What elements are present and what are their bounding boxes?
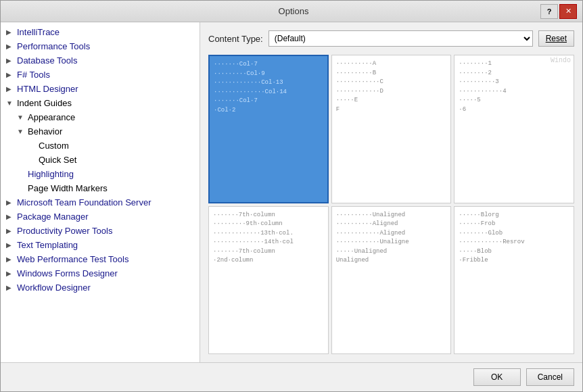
- workflow-designer-arrow-icon: ▶: [6, 284, 14, 291]
- sidebar-item-custom[interactable]: Custom: [1, 139, 200, 153]
- cell-line: ············Aligned: [336, 229, 447, 239]
- sidebar-item-label-ms-team-foundation: Microsoft Team Foundation Server: [17, 197, 151, 207]
- indent-guides-arrow-icon: ▼: [6, 99, 14, 107]
- cell-3-watermark: Windo: [551, 57, 571, 64]
- web-performance-arrow-icon: ▶: [6, 255, 14, 263]
- sidebar-item-label-behavior: Behavior: [28, 126, 62, 137]
- cell-line: ············C: [336, 78, 447, 87]
- cell-line: ············Unaligne: [336, 238, 447, 247]
- sidebar-item-behavior[interactable]: ▼Behavior: [1, 124, 200, 139]
- sidebar-item-quick-set[interactable]: Quick Set: [1, 153, 200, 167]
- cell-line: ············D: [336, 87, 447, 97]
- cell-line: ·······Col·7: [214, 97, 323, 106]
- sidebar-item-productivity-power-tools[interactable]: ▶Productivity Power Tools: [1, 224, 200, 238]
- sidebar-item-label-performance-tools: Performance Tools: [17, 41, 90, 51]
- dialog-footer: OK Cancel: [1, 362, 582, 391]
- sidebar-item-label-indent-guides: Indent Guides: [17, 98, 72, 108]
- cell-line: ·······7th·column: [213, 211, 324, 220]
- appearance-arrow-icon: ▼: [17, 114, 25, 121]
- sidebar-item-label-package-manager: Package Manager: [17, 212, 89, 222]
- cell-line: ·········9th·column: [213, 220, 324, 229]
- preview-cell-cell-4[interactable]: ·······7th·column·········9th·column····…: [208, 206, 329, 355]
- performance-tools-arrow-icon: ▶: [6, 43, 14, 50]
- sidebar-item-label-web-performance: Web Performance Test Tools: [17, 254, 129, 264]
- cell-line: ·Col·2: [214, 106, 323, 116]
- cell-line: ·Fribble: [459, 256, 569, 266]
- cell-line: ·6: [459, 105, 569, 115]
- cell-line: ··········3: [459, 78, 569, 87]
- content-type-select[interactable]: (Default)C/C++CSharpBasicTypeScriptXAMLH…: [269, 30, 533, 47]
- cell-line: ·····E: [336, 96, 447, 105]
- sidebar-item-workflow-designer[interactable]: ▶Workflow Designer: [1, 280, 200, 295]
- close-button[interactable]: ✕: [559, 4, 577, 19]
- cell-line: ·2nd·column: [213, 256, 324, 266]
- cell-line: ·····Blob: [459, 247, 569, 257]
- behavior-arrow-icon: ▼: [17, 128, 25, 135]
- sidebar-item-label-windows-forms: Windows Forms Designer: [17, 268, 118, 278]
- sidebar-item-label-intellitrace: IntelliTrace: [17, 27, 60, 37]
- sidebar-item-label-page-width-markers: Page Width Markers: [28, 183, 108, 193]
- cell-line: ·······Col·7: [214, 60, 323, 70]
- preview-cell-cell-1[interactable]: ·······Col·7·········Col·9·············C…: [208, 55, 329, 203]
- options-dialog: Options ? ✕ ▶IntelliTrace▶Performance To…: [0, 0, 583, 392]
- sidebar-item-indent-guides[interactable]: ▼Indent Guides: [1, 96, 200, 110]
- cell-line: ·········Col·9: [214, 70, 323, 79]
- dialog-body: ▶IntelliTrace▶Performance Tools▶Database…: [1, 22, 582, 362]
- cell-line: ··············Col·14: [214, 88, 323, 97]
- cell-line: ········Glob: [459, 229, 569, 239]
- sidebar-item-label-productivity-power-tools: Productivity Power Tools: [17, 226, 112, 236]
- package-manager-arrow-icon: ▶: [6, 213, 14, 220]
- cell-line: Unaligned: [336, 256, 447, 266]
- database-tools-arrow-icon: ▶: [6, 57, 14, 64]
- preview-cell-cell-3[interactable]: Windo········1········2··········3······…: [454, 55, 574, 203]
- sidebar-item-highlighting[interactable]: Highlighting: [1, 167, 200, 181]
- cell-line: ··········B: [336, 69, 447, 78]
- sidebar-item-windows-forms[interactable]: ▶Windows Forms Designer: [1, 266, 200, 280]
- preview-cell-cell-6[interactable]: ······Blorg······Frob········Glob·······…: [454, 206, 574, 355]
- windows-forms-arrow-icon: ▶: [6, 270, 14, 277]
- productivity-power-tools-arrow-icon: ▶: [6, 227, 14, 235]
- sidebar-item-performance-tools[interactable]: ▶Performance Tools: [1, 39, 200, 53]
- cancel-button[interactable]: Cancel: [526, 368, 574, 386]
- sidebar-item-label-fsharp-tools: F# Tools: [17, 70, 50, 80]
- cell-line: ············Resrov: [459, 238, 569, 247]
- title-bar: Options ? ✕: [1, 1, 582, 22]
- reset-button[interactable]: Reset: [538, 30, 574, 47]
- sidebar-item-text-templating[interactable]: ▶Text Templating: [1, 238, 200, 252]
- sidebar-item-intellitrace[interactable]: ▶IntelliTrace: [1, 25, 200, 39]
- sidebar-item-web-performance[interactable]: ▶Web Performance Test Tools: [1, 252, 200, 266]
- cell-line: ·······7th·column: [213, 247, 324, 257]
- sidebar-item-fsharp-tools[interactable]: ▶F# Tools: [1, 68, 200, 82]
- fsharp-tools-arrow-icon: ▶: [6, 71, 14, 78]
- preview-cell-cell-2[interactable]: ··········A··········B············C·····…: [331, 55, 452, 203]
- cell-line: ··········Unaligned: [336, 211, 447, 220]
- sidebar-item-label-highlighting: Highlighting: [28, 169, 74, 179]
- sidebar-item-ms-team-foundation[interactable]: ▶Microsoft Team Foundation Server: [1, 195, 200, 210]
- cell-line: ·····5: [459, 96, 569, 105]
- cell-line: F: [336, 105, 447, 115]
- help-button[interactable]: ?: [540, 4, 558, 19]
- text-templating-arrow-icon: ▶: [6, 241, 14, 249]
- sidebar-item-label-text-templating: Text Templating: [17, 240, 78, 250]
- sidebar-item-database-tools[interactable]: ▶Database Tools: [1, 53, 200, 68]
- sidebar-item-appearance[interactable]: ▼Appearance: [1, 110, 200, 124]
- cell-line: ··············14th·col: [213, 238, 324, 247]
- cell-line: ········2: [459, 69, 569, 78]
- sidebar-item-page-width-markers[interactable]: Page Width Markers: [1, 181, 200, 195]
- sidebar-item-label-appearance: Appearance: [28, 112, 75, 122]
- ok-button[interactable]: OK: [473, 368, 521, 386]
- sidebar-item-label-html-designer: HTML Designer: [17, 84, 78, 94]
- sidebar-item-html-designer[interactable]: ▶HTML Designer: [1, 82, 200, 96]
- sidebar-item-label-quick-set: Quick Set: [39, 155, 76, 165]
- intellitrace-arrow-icon: ▶: [6, 28, 14, 36]
- cell-line: ·············Col·13: [214, 78, 323, 88]
- sidebar-item-package-manager[interactable]: ▶Package Manager: [1, 210, 200, 224]
- cell-line: ··········Aligned: [336, 220, 447, 229]
- cell-line: ··········A: [336, 59, 447, 69]
- title-controls: ? ✕: [540, 4, 577, 19]
- sidebar-item-label-custom: Custom: [39, 141, 69, 151]
- ms-team-foundation-arrow-icon: ▶: [6, 199, 14, 206]
- preview-cell-cell-5[interactable]: ··········Unaligned··········Aligned····…: [331, 206, 452, 355]
- cell-line: ·············13th·col.: [213, 229, 324, 239]
- html-designer-arrow-icon: ▶: [6, 85, 14, 93]
